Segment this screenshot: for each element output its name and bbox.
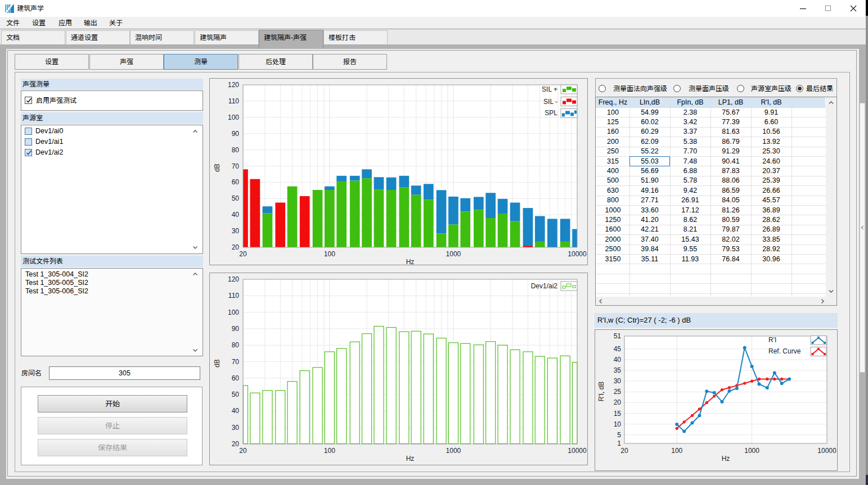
svg-text:70: 70 bbox=[232, 162, 240, 170]
svg-text:10: 10 bbox=[614, 420, 622, 428]
svg-text:50: 50 bbox=[232, 194, 240, 202]
svg-text:45: 45 bbox=[614, 345, 622, 353]
svg-text:100: 100 bbox=[228, 114, 239, 121]
svg-text:R'I: R'I bbox=[768, 336, 776, 344]
svg-text:60: 60 bbox=[232, 178, 240, 186]
svg-text:10000: 10000 bbox=[817, 447, 836, 455]
svg-text:120: 120 bbox=[228, 81, 239, 89]
svg-text:40: 40 bbox=[614, 356, 622, 364]
svg-text:1000: 1000 bbox=[446, 250, 461, 258]
svg-text:60: 60 bbox=[232, 374, 240, 382]
svg-text:20: 20 bbox=[614, 398, 622, 406]
svg-text:100: 100 bbox=[324, 447, 335, 455]
svg-text:SPL: SPL bbox=[545, 109, 557, 117]
svg-text:100: 100 bbox=[228, 309, 239, 316]
svg-text:70: 70 bbox=[232, 358, 240, 366]
svg-text:20: 20 bbox=[239, 250, 247, 258]
svg-text:80: 80 bbox=[232, 341, 240, 349]
svg-text:40: 40 bbox=[232, 211, 240, 219]
svg-text:SIL -: SIL - bbox=[543, 98, 557, 106]
svg-text:20: 20 bbox=[232, 440, 240, 448]
svg-text:5: 5 bbox=[617, 431, 621, 439]
svg-text:30: 30 bbox=[232, 227, 240, 235]
svg-text:110: 110 bbox=[228, 97, 239, 105]
svg-text:80: 80 bbox=[232, 146, 240, 154]
svg-text:120: 120 bbox=[228, 275, 239, 283]
svg-text:51: 51 bbox=[614, 332, 622, 340]
svg-text:dB: dB bbox=[213, 359, 221, 368]
svg-text:SIL +: SIL + bbox=[542, 85, 557, 93]
svg-text:50: 50 bbox=[232, 391, 240, 398]
svg-text:100: 100 bbox=[324, 250, 335, 258]
svg-text:20: 20 bbox=[232, 243, 240, 251]
svg-text:110: 110 bbox=[228, 292, 239, 300]
svg-text:10000: 10000 bbox=[568, 250, 587, 258]
svg-text:100: 100 bbox=[671, 447, 682, 455]
svg-text:30: 30 bbox=[614, 377, 622, 385]
svg-text:R'I, dB: R'I, dB bbox=[597, 382, 605, 402]
svg-text:Hz: Hz bbox=[722, 455, 730, 463]
svg-text:1000: 1000 bbox=[744, 447, 759, 455]
svg-text:40: 40 bbox=[232, 407, 240, 415]
svg-text:90: 90 bbox=[232, 130, 240, 138]
svg-text:dB: dB bbox=[213, 164, 221, 172]
svg-text:Hz: Hz bbox=[406, 455, 415, 463]
svg-text:30: 30 bbox=[232, 424, 240, 432]
svg-text:20: 20 bbox=[620, 447, 628, 455]
svg-text:1000: 1000 bbox=[446, 447, 461, 455]
svg-text:35: 35 bbox=[614, 366, 622, 374]
svg-text:15: 15 bbox=[614, 410, 622, 418]
svg-text:1: 1 bbox=[617, 439, 621, 447]
svg-text:25: 25 bbox=[614, 388, 622, 396]
svg-text:20: 20 bbox=[239, 447, 247, 455]
svg-text:Dev1/ai2: Dev1/ai2 bbox=[531, 282, 558, 290]
svg-text:Hz: Hz bbox=[406, 258, 415, 265]
svg-text:90: 90 bbox=[232, 325, 240, 333]
svg-text:Ref. Curve: Ref. Curve bbox=[768, 347, 801, 355]
svg-text:10000: 10000 bbox=[568, 447, 587, 455]
